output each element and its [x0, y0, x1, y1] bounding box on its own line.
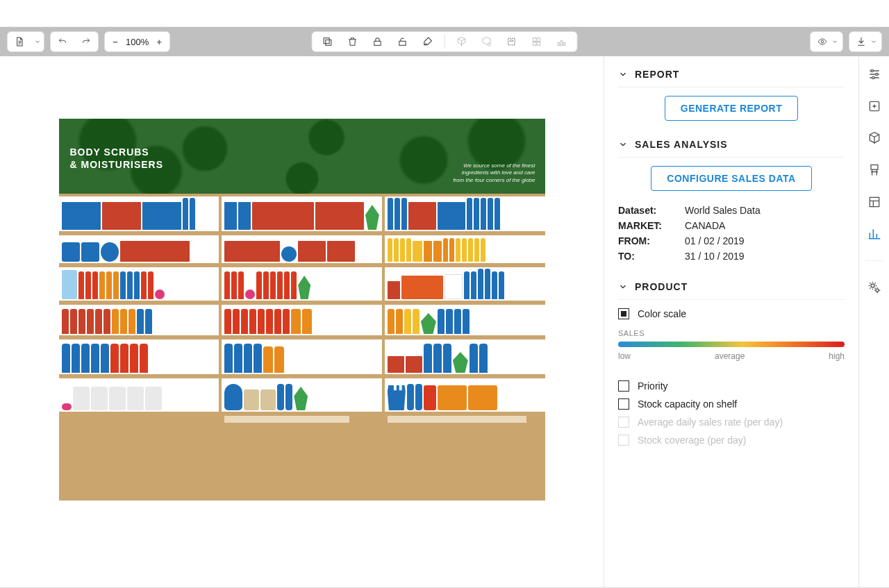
section-toggle-report[interactable]: REPORT — [618, 65, 845, 84]
product[interactable] — [81, 242, 99, 262]
product[interactable] — [479, 344, 488, 373]
product[interactable] — [95, 309, 102, 334]
rail-settings[interactable] — [866, 279, 883, 296]
generate-report-button[interactable]: GENERATE REPORT — [665, 96, 798, 121]
product[interactable] — [388, 385, 406, 410]
rail-add[interactable] — [866, 98, 883, 115]
product[interactable] — [481, 238, 485, 262]
product[interactable] — [277, 271, 283, 299]
product[interactable] — [120, 271, 126, 299]
shelf-bay[interactable] — [222, 235, 382, 264]
product[interactable] — [112, 309, 119, 334]
shelf-bay[interactable] — [385, 196, 545, 233]
product[interactable] — [284, 271, 290, 299]
product[interactable] — [424, 344, 432, 373]
product[interactable] — [92, 271, 98, 299]
cube-tool-2[interactable] — [476, 32, 498, 51]
cube-tool-1[interactable] — [451, 32, 473, 51]
product[interactable] — [446, 309, 453, 334]
product[interactable] — [388, 356, 404, 373]
product[interactable] — [244, 344, 252, 373]
product[interactable] — [464, 271, 470, 299]
product[interactable] — [142, 202, 181, 230]
rail-cube[interactable] — [866, 130, 883, 146]
product[interactable] — [238, 271, 244, 299]
product[interactable] — [109, 387, 126, 410]
shelf-bay[interactable] — [222, 196, 382, 233]
product[interactable] — [260, 389, 276, 410]
product[interactable] — [495, 198, 500, 230]
product[interactable] — [443, 238, 448, 262]
product[interactable] — [99, 271, 105, 299]
product[interactable] — [224, 241, 280, 262]
shelf-bay[interactable] — [59, 267, 219, 302]
product[interactable] — [137, 309, 144, 334]
product[interactable] — [78, 309, 85, 334]
product[interactable] — [134, 271, 140, 299]
product[interactable] — [467, 198, 472, 230]
product[interactable] — [62, 309, 69, 334]
product[interactable] — [406, 356, 422, 373]
product[interactable] — [444, 274, 463, 299]
product[interactable] — [62, 344, 70, 373]
product[interactable] — [470, 344, 478, 373]
product[interactable] — [183, 198, 188, 230]
section-toggle-product[interactable]: PRODUCT — [618, 277, 845, 296]
product[interactable] — [224, 309, 231, 334]
product[interactable] — [407, 384, 414, 410]
product[interactable] — [130, 344, 138, 373]
product[interactable] — [120, 241, 190, 262]
select-tool[interactable] — [501, 32, 523, 51]
shelf-bay[interactable] — [222, 339, 382, 376]
product[interactable] — [474, 198, 479, 230]
product[interactable] — [388, 309, 394, 334]
product[interactable] — [73, 387, 90, 410]
configure-sales-button[interactable]: CONFIGURE SALES DATA — [651, 166, 811, 191]
product[interactable] — [91, 344, 99, 373]
product[interactable] — [365, 205, 379, 230]
product[interactable] — [101, 344, 109, 373]
product[interactable] — [327, 241, 355, 262]
product[interactable] — [413, 309, 419, 334]
product[interactable] — [406, 238, 411, 262]
shelf-bay[interactable] — [222, 267, 382, 302]
product[interactable] — [413, 241, 422, 262]
product[interactable] — [72, 344, 80, 373]
product[interactable] — [78, 271, 84, 299]
shelf-bay[interactable] — [59, 196, 219, 233]
shelf-bay[interactable] — [222, 378, 382, 413]
product[interactable] — [394, 198, 400, 230]
product[interactable] — [145, 309, 152, 334]
rail-filters[interactable] — [866, 66, 883, 83]
product[interactable] — [120, 309, 127, 334]
product[interactable] — [388, 238, 392, 262]
product[interactable] — [468, 238, 473, 262]
product[interactable] — [148, 271, 153, 299]
product[interactable] — [424, 385, 436, 410]
product[interactable] — [488, 198, 493, 230]
product[interactable] — [127, 271, 133, 299]
product[interactable] — [433, 344, 442, 373]
product[interactable] — [141, 271, 147, 299]
product[interactable] — [499, 271, 504, 299]
product[interactable] — [438, 202, 465, 230]
product[interactable] — [249, 309, 256, 334]
download-menu[interactable] — [849, 31, 882, 52]
product[interactable] — [241, 309, 248, 334]
product[interactable] — [252, 202, 314, 230]
product[interactable] — [270, 271, 276, 299]
product[interactable] — [302, 309, 312, 334]
product[interactable] — [127, 387, 144, 410]
checkbox-stock-capacity[interactable]: Stock capacity on shelf — [618, 398, 845, 410]
product[interactable] — [421, 313, 436, 334]
product[interactable] — [254, 344, 262, 373]
file-menu[interactable] — [7, 31, 44, 52]
rail-analytics[interactable] — [866, 226, 883, 242]
product[interactable] — [102, 202, 141, 230]
product[interactable] — [70, 309, 77, 334]
product[interactable] — [388, 281, 400, 299]
shelf-bay[interactable] — [385, 305, 545, 337]
product[interactable] — [438, 309, 444, 334]
product[interactable] — [401, 198, 407, 230]
product[interactable] — [113, 271, 119, 299]
